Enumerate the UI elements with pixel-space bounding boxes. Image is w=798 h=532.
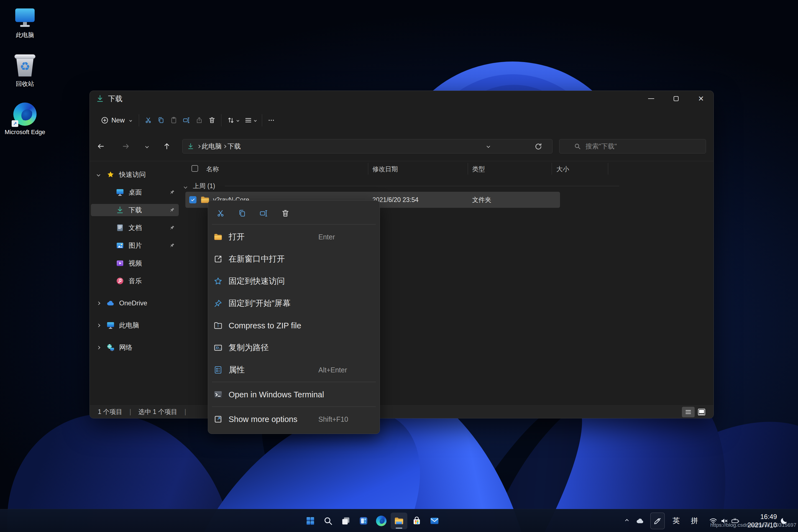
menu-item-compress-zip[interactable]: Compress to ZIP file [208, 315, 380, 337]
share-button[interactable] [193, 113, 206, 128]
group-header[interactable]: 上周 (1) [183, 180, 714, 191]
copy-button[interactable] [155, 113, 167, 128]
downloads-icon [96, 94, 104, 103]
start-button[interactable] [302, 513, 319, 529]
maximize-button[interactable] [664, 91, 688, 107]
select-all-checkbox[interactable] [191, 165, 198, 172]
address-bar[interactable]: 此电脑 下载 [182, 139, 552, 153]
sidebar-item-this-pc[interactable]: 此电脑 [91, 319, 179, 331]
menu-item-show-more-options[interactable]: Show more options Shift+F10 [208, 408, 380, 430]
sidebar-item-desktop[interactable]: 桌面 [91, 186, 179, 198]
search-box[interactable] [559, 139, 706, 153]
rename-button[interactable] [180, 113, 193, 128]
open-in-new-window-icon [214, 255, 223, 264]
pen-workspace-button[interactable] [650, 513, 665, 529]
cut-button[interactable] [142, 113, 155, 128]
menu-item-copy-as-path[interactable]: 复制为路径 [208, 337, 380, 359]
address-dropdown-icon[interactable] [487, 144, 490, 148]
column-header-type[interactable]: 类型 [472, 165, 485, 173]
new-button[interactable]: New [96, 113, 136, 128]
close-icon: ✕ [698, 95, 704, 102]
row-checkbox-checked[interactable] [189, 196, 196, 203]
copy-button[interactable] [235, 206, 250, 221]
sidebar-item-documents[interactable]: 文档 [91, 222, 179, 234]
ime-mode-indicator[interactable]: 拼 [691, 516, 698, 526]
group-label: 上周 (1) [193, 182, 215, 190]
view-button[interactable] [242, 113, 259, 128]
sidebar-item-network[interactable]: 网络 [91, 341, 179, 354]
desktop-icon-recycle-bin[interactable]: ♻ 回收站 [3, 53, 47, 87]
back-button[interactable] [93, 139, 109, 153]
forward-button[interactable] [118, 139, 134, 153]
hidden-icons-chevron[interactable] [625, 519, 629, 522]
sidebar-item-quick-access[interactable]: 快速访问 [91, 169, 179, 180]
desktop-folder-icon [116, 188, 124, 196]
sidebar-item-label: 文档 [129, 223, 142, 232]
menu-item-open[interactable]: 打开 Enter [208, 226, 380, 248]
navigation-pane: 快速访问 桌面 下载 文档 [90, 161, 183, 405]
search-icon [574, 143, 581, 150]
selected-count: 选中 1 个项目 [138, 407, 177, 416]
refresh-button[interactable] [534, 143, 542, 150]
toolbar-separator [262, 114, 262, 126]
recent-locations-button[interactable] [139, 139, 155, 153]
paste-button[interactable] [167, 113, 180, 128]
menu-item-open-new-window[interactable]: 在新窗口中打开 [208, 248, 380, 270]
sidebar-item-label: 此电脑 [119, 321, 139, 330]
menu-item-open-terminal[interactable]: Open in Windows Terminal [208, 383, 380, 406]
main-area: 快速访问 桌面 下载 文档 [90, 161, 714, 405]
menu-item-pin-quick-access[interactable]: 固定到快速访问 [208, 270, 380, 292]
close-button[interactable]: ✕ [688, 91, 714, 107]
this-pc-icon [107, 321, 115, 329]
maximize-icon [673, 96, 679, 101]
column-separator[interactable] [552, 163, 552, 174]
taskbar-file-explorer-button[interactable] [391, 513, 407, 529]
copy-icon [157, 116, 165, 124]
check-icon [190, 197, 195, 202]
search-input[interactable] [586, 142, 691, 150]
taskbar-search-button[interactable] [320, 513, 336, 529]
taskbar-edge-button[interactable] [373, 513, 390, 529]
large-icons-view-button[interactable] [695, 407, 708, 417]
title-bar[interactable]: 下载 [90, 91, 714, 107]
minimize-button[interactable] [639, 91, 664, 107]
task-view-button[interactable] [338, 513, 354, 529]
up-button[interactable] [159, 139, 174, 153]
details-view-button[interactable] [682, 407, 695, 417]
column-header-name[interactable]: 名称 [206, 165, 219, 173]
terminal-icon [214, 390, 223, 399]
breadcrumb-downloads[interactable]: 下载 [226, 142, 243, 151]
see-more-button[interactable] [265, 113, 278, 128]
desktop-icon-edge[interactable]: ↗ Microsoft Edge [3, 101, 47, 135]
menu-item-pin-to-start[interactable]: 固定到"开始"屏幕 [208, 292, 380, 315]
rename-button[interactable] [256, 206, 271, 221]
widgets-button[interactable] [355, 513, 372, 529]
sort-button[interactable] [224, 113, 242, 128]
menu-divider [212, 406, 376, 407]
column-header-size[interactable]: 大小 [556, 165, 569, 173]
pin-outline-icon [214, 299, 223, 308]
taskbar-mail-button[interactable] [426, 513, 443, 529]
taskbar-store-button[interactable] [408, 513, 425, 529]
cut-button[interactable] [213, 206, 228, 221]
desktop-icon-this-pc[interactable]: 此电脑 [3, 4, 47, 39]
chevron-right-icon [95, 324, 101, 327]
sidebar-item-videos[interactable]: 视频 [91, 257, 179, 269]
delete-button[interactable] [206, 113, 218, 128]
column-headers: 名称 修改日期 类型 大小 [183, 161, 714, 176]
column-header-modified[interactable]: 修改日期 [373, 165, 398, 173]
sidebar-item-downloads[interactable]: 下载 [91, 204, 179, 216]
edge-icon: ↗ [13, 102, 37, 126]
this-pc-icon [13, 5, 37, 29]
breadcrumb-this-pc[interactable]: 此电脑 [200, 142, 223, 151]
ime-language-indicator[interactable]: 英 [672, 516, 680, 526]
sidebar-item-music[interactable]: 音乐 [91, 275, 179, 287]
delete-button[interactable] [278, 206, 293, 221]
sidebar-item-onedrive[interactable]: OneDrive [91, 297, 179, 309]
column-separator[interactable] [608, 163, 608, 174]
menu-item-properties[interactable]: 属性 Alt+Enter [208, 359, 380, 381]
command-bar: New [90, 108, 714, 132]
sidebar-item-pictures[interactable]: 图片 [91, 240, 179, 252]
pin-icon [167, 188, 176, 196]
onedrive-tray-icon[interactable] [636, 517, 644, 525]
